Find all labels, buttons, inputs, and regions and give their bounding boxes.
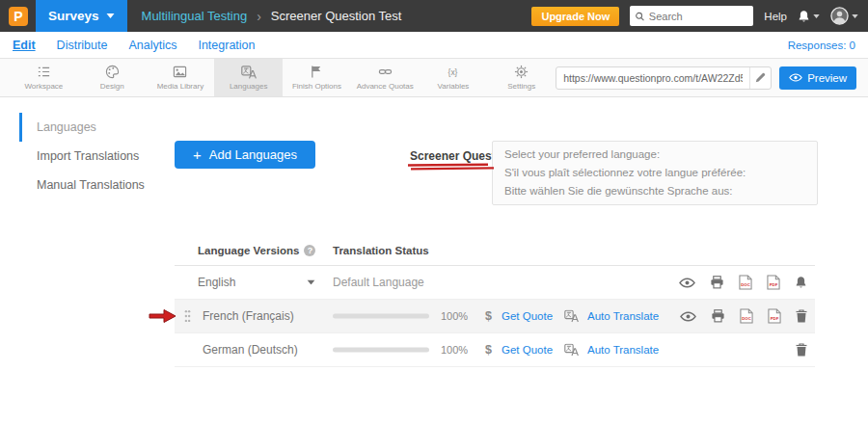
upgrade-now-button[interactable]: Upgrade Now (531, 7, 619, 26)
survey-nav-tabs: Edit Distribute Analytics Integration Re… (0, 32, 868, 59)
sidebar-item-import-translations[interactable]: Import Translations (19, 142, 166, 171)
tab-edit[interactable]: Edit (13, 39, 36, 52)
variables-icon: {x} (446, 65, 460, 79)
chevron-down-icon (852, 14, 858, 18)
eye-icon (789, 73, 802, 82)
avatar (830, 7, 849, 25)
language-dropdown-caret-icon[interactable] (307, 280, 315, 285)
auto-translate-icon[interactable] (564, 344, 579, 357)
toolbar-item-settings[interactable]: Settings (487, 59, 556, 96)
account-menu[interactable] (830, 7, 858, 25)
tab-analytics[interactable]: Analytics (128, 39, 176, 52)
language-name[interactable]: English (198, 276, 235, 289)
gear-icon (514, 65, 529, 79)
svg-text:PDF: PDF (771, 316, 779, 321)
notify-button[interactable] (795, 276, 807, 289)
trash-icon (796, 343, 807, 357)
chevron-down-icon (106, 13, 115, 18)
notifications-menu[interactable] (798, 10, 820, 23)
sidebar-item-manual-translations[interactable]: Manual Translations (19, 171, 166, 199)
doc-file-icon: DOC (740, 308, 753, 324)
toolbar-item-advance-quotas[interactable]: Advance Quotas (351, 59, 420, 96)
search-box[interactable] (630, 6, 753, 26)
toolbar-item-variables[interactable]: {x} Variables (420, 59, 488, 96)
survey-url-field[interactable] (556, 66, 772, 90)
translation-percent: 100% (441, 344, 468, 356)
table-row-french: French (Français) 100% $ Get Quote Auto … (175, 300, 815, 333)
questionpro-logo[interactable]: P (9, 7, 28, 26)
breadcrumb-survey-name[interactable]: Multilingual Testing (142, 9, 248, 23)
languages-icon (241, 66, 257, 79)
export-doc-button[interactable]: DOC (740, 308, 753, 324)
surveys-menu-label: Surveys (48, 9, 99, 23)
search-input[interactable] (649, 11, 748, 22)
help-icon[interactable]: ? (304, 245, 315, 256)
export-pdf-button[interactable]: PDF (767, 275, 780, 290)
svg-text:PDF: PDF (770, 282, 778, 287)
table-row-german: German (Deutsch) 100% $ Get Quote Auto T… (175, 333, 815, 367)
chevron-down-icon (813, 14, 820, 18)
print-button[interactable] (710, 276, 724, 289)
bell-icon (798, 10, 810, 23)
get-quote-link[interactable]: Get Quote (502, 310, 553, 322)
pdf-file-icon: PDF (768, 308, 781, 324)
dollar-icon[interactable]: $ (485, 309, 492, 323)
table-row-english: English Default Language DOC PDF (175, 266, 815, 300)
auto-translate-link[interactable]: Auto Translate (587, 310, 659, 322)
table-header-row: Language Versions ? Translation Status (175, 236, 815, 266)
help-link[interactable]: Help (764, 11, 787, 22)
tab-integration[interactable]: Integration (198, 39, 255, 52)
toolbar-item-workspace[interactable]: Workspace (10, 59, 78, 96)
media-library-icon (173, 65, 187, 79)
language-name[interactable]: German (Deutsch) (203, 343, 298, 357)
search-icon (635, 11, 645, 22)
language-name[interactable]: French (Français) (203, 309, 294, 323)
export-doc-button[interactable]: DOC (739, 275, 752, 290)
dollar-icon[interactable]: $ (485, 343, 492, 357)
toolbar-item-design[interactable]: Design (78, 59, 147, 96)
add-languages-button[interactable]: + Add Languages (175, 141, 315, 169)
screener-line-english: Select your preferred language: (504, 146, 805, 164)
workspace-icon (37, 65, 51, 79)
delete-language-button[interactable] (796, 309, 807, 323)
svg-text:DOC: DOC (741, 282, 750, 287)
surveys-menu[interactable]: Surveys (36, 0, 127, 32)
col-language-versions: Language Versions ? (198, 245, 315, 256)
svg-text:DOC: DOC (742, 316, 751, 321)
printer-icon (711, 309, 725, 323)
pdf-file-icon: PDF (767, 275, 780, 290)
design-palette-icon (105, 65, 120, 79)
language-versions-table: Language Versions ? Translation Status E… (175, 236, 815, 367)
translation-progress-bar (333, 348, 429, 353)
drag-handle-icon[interactable] (184, 310, 191, 323)
breadcrumb-separator: › (257, 9, 261, 24)
toolbar-item-finish-options[interactable]: Finish Options (283, 59, 351, 96)
bell-icon (795, 276, 807, 289)
get-quote-link[interactable]: Get Quote (502, 344, 553, 356)
screener-line-german: Bitte wählen Sie die gewünschte Sprache … (504, 182, 805, 200)
survey-url-input[interactable] (556, 72, 749, 84)
view-language-button[interactable] (679, 278, 695, 288)
annotation-underline (407, 163, 496, 171)
view-language-button[interactable] (680, 311, 696, 322)
auto-translate-link[interactable]: Auto Translate (587, 344, 659, 356)
plus-icon: + (193, 146, 202, 163)
export-pdf-button[interactable]: PDF (768, 308, 781, 324)
edit-url-button[interactable] (749, 67, 771, 89)
logo-letter: P (14, 9, 22, 24)
sidebar-item-languages[interactable]: Languages (19, 113, 166, 142)
breadcrumb-page-name: Screener Question Test (271, 9, 402, 23)
responses-count[interactable]: Responses: 0 (788, 40, 855, 51)
edit-toolbar: Workspace Design Media Library Languages… (0, 59, 868, 97)
toolbar-item-languages[interactable]: Languages (214, 59, 283, 96)
auto-translate-icon[interactable] (564, 310, 579, 323)
toolbar-item-media-library[interactable]: Media Library (147, 59, 215, 96)
translation-progress-bar (333, 314, 429, 319)
print-button[interactable] (711, 309, 725, 323)
languages-sidebar: Languages Import Translations Manual Tra… (19, 113, 166, 199)
tab-distribute[interactable]: Distribute (57, 39, 108, 52)
delete-language-button[interactable] (796, 343, 807, 357)
eye-icon (680, 311, 696, 322)
finish-flag-icon (310, 65, 324, 79)
preview-button[interactable]: Preview (779, 66, 856, 90)
